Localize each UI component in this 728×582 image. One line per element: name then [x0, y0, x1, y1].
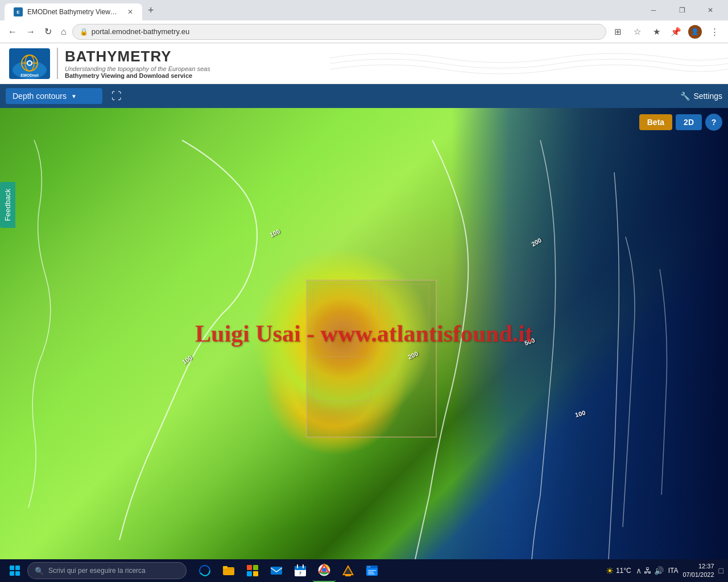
- svg-rect-12: [247, 571, 252, 576]
- close-button[interactable]: ✕: [697, 0, 723, 20]
- taskbar-app-mail[interactable]: [265, 559, 288, 582]
- vlc-icon: [341, 564, 355, 577]
- taskbar-right: ☀ 11°C ∧ 🖧 🔊 ITA 12:37 07/01/2022 □: [606, 562, 723, 580]
- svg-rect-9: [223, 566, 228, 569]
- maximize-button[interactable]: ❐: [669, 0, 695, 20]
- home-button[interactable]: ⌂: [57, 24, 70, 39]
- expand-button[interactable]: ⛶: [107, 88, 126, 105]
- help-button[interactable]: ?: [705, 114, 722, 131]
- browser-toolbar: ← → ↻ ⌂ 🔒 portal.emodnet-bathymetry.eu ⊞…: [0, 20, 728, 43]
- notification-icon[interactable]: □: [719, 566, 723, 575]
- sun-icon: ☀: [606, 566, 614, 576]
- weather-widget[interactable]: ☀ 11°C: [606, 566, 631, 576]
- svg-rect-24: [345, 574, 351, 576]
- extensions-pin-button[interactable]: 📌: [667, 23, 685, 41]
- feedback-tab[interactable]: Feedback: [0, 182, 15, 228]
- site-title: BATHYMETRY: [65, 48, 210, 65]
- files-icon: [222, 564, 235, 577]
- taskbar-search[interactable]: 🔍 Scrivi qui per eseguire la ricerca: [27, 562, 187, 579]
- taskbar-app-edge[interactable]: [193, 559, 216, 582]
- svg-rect-31: [368, 573, 375, 575]
- new-tab-button[interactable]: +: [142, 5, 160, 16]
- tab-close-button[interactable]: ✕: [127, 8, 133, 16]
- site-header: EMODnet BATHYMETRY Understanding the top…: [0, 43, 728, 84]
- date-display: 07/01/2022: [682, 571, 714, 579]
- settings-label: Settings: [693, 92, 722, 101]
- deep-water-overlay: [0, 108, 728, 559]
- emodnet-logo[interactable]: EMODnet: [9, 48, 50, 79]
- chrome-icon: [317, 563, 331, 577]
- taskbar-apps: 7: [193, 559, 383, 582]
- browser-titlebar: E EMODnet Bathymetry Viewing a... ✕ + ─ …: [0, 0, 728, 20]
- volume-icon[interactable]: 🔊: [654, 566, 664, 575]
- lock-icon: 🔒: [80, 28, 88, 36]
- 2d-button[interactable]: 2D: [676, 114, 702, 130]
- edge-icon: [198, 564, 212, 577]
- topo-lines-svg: [330, 43, 728, 84]
- svg-rect-10: [247, 565, 252, 570]
- extensions-button[interactable]: ⊞: [609, 23, 627, 41]
- forward-button[interactable]: →: [23, 24, 39, 39]
- svg-point-6: [28, 61, 31, 65]
- profile-avatar: 👤: [688, 25, 702, 39]
- taskbar: 🔍 Scrivi qui per eseguire la ricerca: [0, 559, 728, 582]
- mail-icon: [270, 564, 283, 577]
- taskbar-app-browser2[interactable]: [361, 559, 383, 582]
- tab-favicon: E: [14, 7, 23, 16]
- search-placeholder: Scrivi qui per eseguire la ricerca: [48, 567, 146, 575]
- bookmark-button[interactable]: ☆: [628, 23, 646, 41]
- svg-rect-29: [368, 570, 376, 571]
- language-indicator[interactable]: ITA: [668, 567, 679, 575]
- active-tab[interactable]: E EMODnet Bathymetry Viewing a... ✕: [5, 3, 142, 20]
- clock[interactable]: 12:37 07/01/2022: [682, 562, 714, 580]
- start-button[interactable]: [5, 560, 25, 581]
- header-topo-bg: [330, 43, 728, 84]
- url-text: portal.emodnet-bathymetry.eu: [92, 27, 189, 36]
- settings-button[interactable]: 🔧 Settings: [680, 92, 722, 101]
- svg-rect-16: [295, 566, 306, 570]
- taskbar-app-calendar[interactable]: 7: [289, 559, 312, 582]
- svg-text:EMODnet: EMODnet: [20, 73, 39, 77]
- toolbar-actions: ⊞ ☆ ★ 📌 👤 ⋮: [609, 23, 723, 41]
- svg-point-28: [369, 567, 370, 568]
- search-icon: 🔍: [35, 567, 44, 575]
- svg-rect-13: [253, 571, 258, 576]
- svg-rect-30: [368, 572, 374, 573]
- windows-icon: [10, 566, 20, 576]
- back-button[interactable]: ←: [5, 24, 20, 39]
- depth-contours-label: Depth contours: [13, 92, 67, 101]
- store-icon: [246, 564, 259, 577]
- bookmark-manager-button[interactable]: ★: [647, 23, 665, 41]
- wrench-icon: 🔧: [680, 92, 690, 101]
- tab-bar: E EMODnet Bathymetry Viewing a... ✕ +: [5, 0, 160, 20]
- tab-title: EMODnet Bathymetry Viewing a...: [27, 8, 118, 16]
- calendar-icon: 7: [293, 564, 307, 577]
- taskbar-app-files[interactable]: [217, 559, 240, 582]
- time-display: 12:37: [682, 562, 714, 571]
- window-controls: ─ ❐ ✕: [640, 0, 723, 20]
- map-overlay-controls: Beta 2D ?: [639, 114, 722, 131]
- browser-frame: E EMODnet Bathymetry Viewing a... ✕ + ─ …: [0, 0, 728, 559]
- reload-button[interactable]: ↻: [41, 24, 55, 39]
- system-tray: ∧ 🖧 🔊: [636, 566, 664, 575]
- taskbar-app-vlc[interactable]: [337, 559, 359, 582]
- browser2-icon: [365, 564, 379, 577]
- logo-block: EMODnet BATHYMETRY Understanding the top…: [9, 48, 210, 79]
- chrome-menu-button[interactable]: ⋮: [705, 23, 723, 41]
- svg-point-27: [367, 567, 369, 568]
- depth-contours-dropdown[interactable]: Depth contours ▼: [6, 88, 102, 104]
- taskbar-app-store[interactable]: [241, 559, 264, 582]
- chevron-down-icon: ▼: [71, 93, 77, 99]
- address-bar[interactable]: 🔒 portal.emodnet-bathymetry.eu: [72, 24, 606, 40]
- map-container[interactable]: 100 200 100 200 500 100 Luigi Usai - www…: [0, 108, 728, 559]
- chevron-up-icon[interactable]: ∧: [636, 566, 642, 575]
- minimize-button[interactable]: ─: [640, 0, 667, 20]
- profile-button[interactable]: 👤: [686, 23, 704, 41]
- logo-text-block: BATHYMETRY Understanding the topography …: [57, 48, 210, 79]
- temperature: 11°C: [616, 567, 631, 575]
- site-subtitle2: Bathymetry Viewing and Download service: [65, 72, 210, 79]
- logo-svg: EMODnet: [9, 48, 50, 79]
- taskbar-app-chrome[interactable]: [313, 559, 336, 582]
- network-icon[interactable]: 🖧: [644, 566, 652, 575]
- site-subtitle: Understanding the topography of the Euro…: [65, 65, 210, 72]
